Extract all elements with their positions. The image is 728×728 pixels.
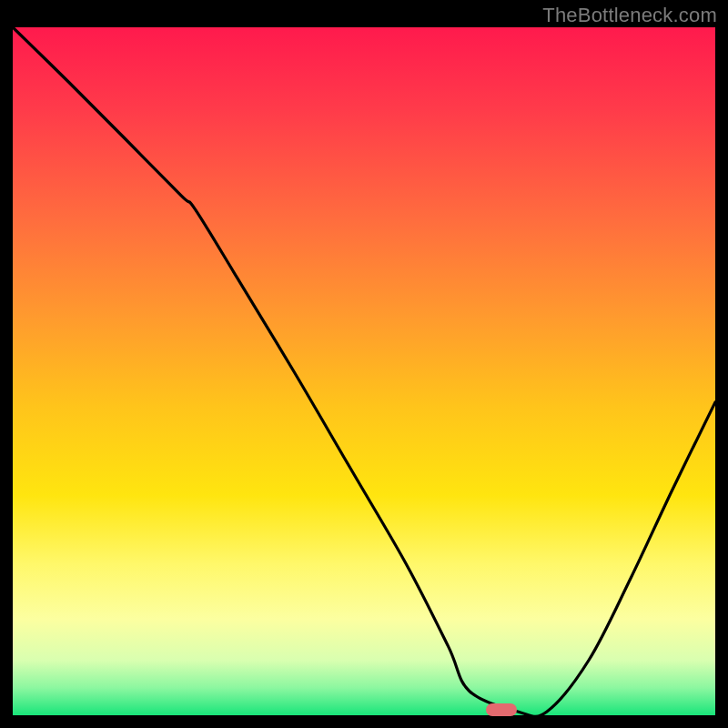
optimal-point-marker — [486, 703, 517, 716]
watermark-text: TheBottleneck.com — [542, 4, 717, 27]
chart-frame — [13, 27, 715, 715]
bottleneck-curve-path — [13, 27, 715, 715]
chart-curve — [13, 27, 715, 715]
